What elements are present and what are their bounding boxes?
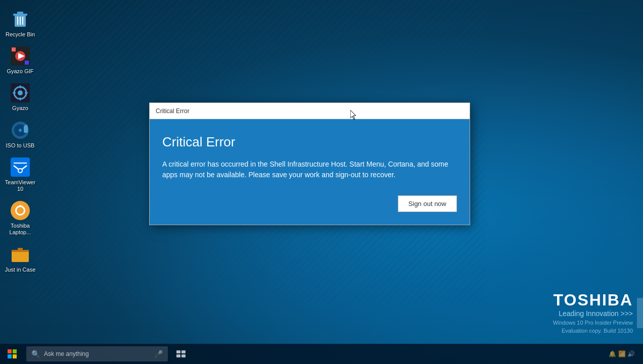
svg-rect-41: [176, 354, 180, 357]
svg-rect-37: [8, 354, 12, 358]
just-in-case-icon: [10, 244, 30, 265]
desktop-icons-container: Recycle Bin Gyazo GIF: [0, 5, 40, 277]
desktop-icon-recycle-bin[interactable]: Recycle Bin: [0, 5, 40, 42]
svg-point-13: [18, 90, 23, 95]
sign-out-button[interactable]: Sign out now: [398, 195, 457, 212]
toshiba-laptop-icon: [10, 200, 30, 221]
search-placeholder: Ask me anything: [44, 350, 89, 357]
svg-rect-42: [181, 354, 186, 357]
teamviewer-icon: [10, 157, 30, 177]
svg-rect-23: [26, 125, 27, 126]
toshiba-tagline: Leading Innovation >>>: [553, 309, 633, 318]
svg-point-26: [19, 169, 22, 172]
svg-rect-21: [24, 126, 28, 133]
svg-rect-40: [181, 350, 186, 353]
svg-rect-10: [25, 61, 29, 65]
svg-rect-38: [13, 354, 17, 358]
svg-rect-36: [13, 349, 17, 353]
dialog-titlebar: Critical Error: [150, 103, 470, 119]
toshiba-version-line1: Windows 10 Pro Insider Preview: [553, 320, 633, 326]
gyazo-gif-label: Gyazo GIF: [7, 68, 33, 75]
dialog-message: A critical error has occurred in the She…: [162, 159, 455, 180]
start-button[interactable]: [0, 344, 24, 364]
svg-point-29: [17, 207, 24, 214]
desktop-icon-gyazo[interactable]: Gyazo: [0, 79, 40, 116]
toshiba-branding: TOSHIBA Leading Innovation >>> Windows 1…: [553, 291, 633, 334]
svg-rect-9: [12, 47, 16, 51]
search-bar[interactable]: 🔍 Ask me anything 🎤: [26, 346, 168, 361]
svg-rect-39: [176, 350, 180, 353]
recycle-bin-label: Recycle Bin: [6, 31, 35, 38]
desktop-icon-toshiba-laptop[interactable]: Toshiba Laptop...: [0, 196, 40, 240]
search-icon: 🔍: [31, 350, 40, 358]
gyazo-label: Gyazo: [12, 105, 28, 112]
dialog-footer: Sign out now: [162, 195, 457, 212]
taskbar: 🔍 Ask me anything 🎤 🔔 📶 🔊: [0, 344, 643, 364]
task-view-button[interactable]: [172, 345, 190, 363]
microphone-icon: 🎤: [154, 350, 163, 358]
svg-rect-33: [18, 248, 23, 251]
taskbar-center: [172, 345, 190, 363]
recycle-bin-icon: [10, 9, 30, 29]
svg-rect-35: [8, 349, 12, 353]
desktop-icon-gyazo-gif[interactable]: Gyazo GIF: [0, 42, 40, 79]
critical-error-dialog: Critical Error Critical Error A critical…: [149, 102, 470, 225]
desktop-icon-just-in-case[interactable]: Just in Case: [0, 240, 40, 277]
toshiba-version-line2: Evaluation copy. Build 10130: [553, 328, 633, 334]
dialog-title: Critical Error: [156, 108, 190, 115]
teamviewer-label: TeamViewer 10: [2, 179, 38, 192]
dialog-body: Critical Error A critical error has occu…: [150, 119, 470, 225]
desktop-icon-iso-to-usb[interactable]: ISO to USB: [0, 116, 40, 153]
iso-to-usb-icon: [10, 120, 30, 140]
svg-point-20: [19, 129, 22, 132]
dialog-heading: Critical Error: [162, 134, 457, 150]
system-tray: 🔔 📶 🔊: [609, 350, 635, 357]
svg-rect-22: [25, 125, 26, 126]
svg-rect-2: [17, 12, 23, 14]
side-panel-hint[interactable]: [637, 298, 643, 328]
svg-rect-24: [11, 158, 30, 177]
gyazo-gif-icon: [10, 46, 30, 66]
desktop-icon-teamviewer[interactable]: TeamViewer 10: [0, 153, 40, 196]
taskbar-right: 🔔 📶 🔊: [609, 350, 643, 357]
iso-to-usb-label: ISO to USB: [6, 142, 35, 149]
toshiba-laptop-label: Toshiba Laptop...: [2, 223, 38, 236]
just-in-case-label: Just in Case: [5, 267, 36, 273]
desktop: Recycle Bin Gyazo GIF: [0, 0, 643, 364]
gyazo-icon: [10, 83, 30, 103]
toshiba-name: TOSHIBA: [553, 291, 633, 309]
